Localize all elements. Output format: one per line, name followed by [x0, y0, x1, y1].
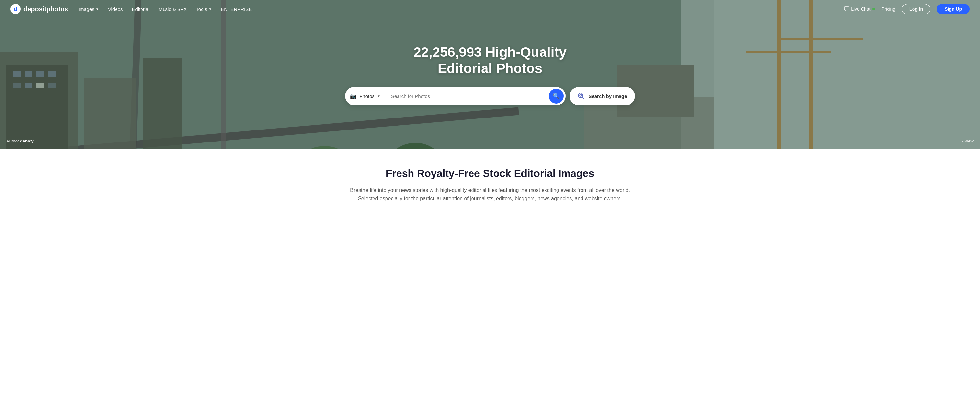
chevron-down-icon: ▼ — [377, 94, 380, 98]
nav-links: Images ▼ Videos Editorial Music & SFX To… — [78, 6, 844, 12]
signup-button[interactable]: Sign Up — [937, 4, 970, 14]
search-box: 📷 Photos ▼ 🔍 — [345, 87, 566, 105]
search-submit-button[interactable]: 🔍 — [549, 89, 564, 103]
author-tag: Author dabldy — [6, 138, 34, 143]
view-button[interactable]: › View — [962, 138, 974, 143]
chat-icon — [844, 6, 849, 12]
nav-music-sfx[interactable]: Music & SFX — [159, 6, 187, 12]
logo-icon: d — [10, 4, 21, 14]
hero-title: 22,256,993 High-Quality Editorial Photos — [6, 44, 974, 77]
below-hero-title: Fresh Royalty-Free Stock Editorial Image… — [13, 167, 967, 180]
below-hero-section: Fresh Royalty-Free Stock Editorial Image… — [0, 149, 980, 216]
hero-content: 22,256,993 High-Quality Editorial Photos… — [0, 44, 980, 105]
nav-images[interactable]: Images ▼ — [78, 6, 99, 12]
chevron-down-icon: ▼ — [208, 8, 212, 11]
chevron-right-icon: › — [962, 138, 963, 143]
nav-right: Live Chat Pricing Log In Sign Up — [844, 4, 970, 14]
hero-section: 22,256,993 High-Quality Editorial Photos… — [0, 0, 980, 149]
below-hero-description: Breathe life into your news stories with… — [344, 186, 636, 202]
search-row: 📷 Photos ▼ 🔍 Search by Image — [344, 87, 636, 105]
search-type-button[interactable]: 📷 Photos ▼ — [345, 89, 386, 103]
search-by-image-button[interactable]: Search by Image — [570, 87, 635, 105]
logo[interactable]: d depositphotos — [10, 4, 68, 14]
camera-icon: 📷 — [350, 93, 356, 99]
svg-rect-0 — [844, 7, 849, 10]
search-by-image-icon — [577, 92, 585, 100]
navbar: d depositphotos Images ▼ Videos Editoria… — [0, 0, 980, 18]
search-icon: 🔍 — [553, 92, 560, 100]
login-button[interactable]: Log In — [902, 4, 930, 14]
live-status-dot — [872, 8, 875, 10]
chevron-down-icon: ▼ — [96, 8, 99, 11]
logo-text: depositphotos — [23, 6, 68, 13]
nav-enterprise[interactable]: ENTERPRISE — [221, 6, 252, 12]
svg-point-37 — [579, 94, 582, 96]
nav-videos[interactable]: Videos — [108, 6, 123, 12]
nav-editorial[interactable]: Editorial — [132, 6, 149, 12]
pricing-link[interactable]: Pricing — [881, 6, 895, 12]
nav-tools[interactable]: Tools ▼ — [196, 6, 212, 12]
live-chat-button[interactable]: Live Chat — [844, 6, 875, 12]
search-input[interactable] — [388, 94, 549, 99]
